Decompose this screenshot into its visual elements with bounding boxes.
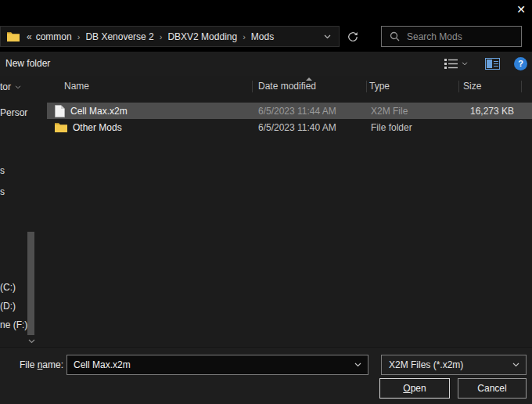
sidebar-item-label: (D:) xyxy=(0,301,16,312)
search-box xyxy=(381,26,522,47)
breadcrumb-separator-icon[interactable]: › xyxy=(241,32,247,41)
column-header-size[interactable]: Size xyxy=(463,81,481,92)
help-button[interactable]: ? xyxy=(514,57,527,70)
breadcrumb-mods[interactable]: Mods xyxy=(247,31,278,42)
search-input[interactable] xyxy=(405,31,521,43)
column-resize-handle[interactable] xyxy=(252,81,253,92)
cancel-button[interactable]: Cancel xyxy=(458,378,527,399)
open-file-dialog: ✕ « common › DB Xenoverse 2 › DBXV2 Modd… xyxy=(0,0,532,404)
sidebar-item-label: s xyxy=(0,165,5,176)
column-header-name[interactable]: Name xyxy=(64,81,89,92)
details-view-icon xyxy=(444,59,458,69)
dialog-footer: File name: X2M Files (*.x2m) Open Cancel xyxy=(0,347,532,404)
refresh-button[interactable] xyxy=(343,26,363,47)
chevron-down-icon xyxy=(28,339,35,344)
file-row-other-mods[interactable]: Other Mods 6/5/2023 11:40 AM File folder xyxy=(47,119,532,135)
sidebar-item-4[interactable]: s xyxy=(0,186,5,197)
sidebar-item-drive-c[interactable]: (C:) xyxy=(0,282,16,293)
preview-pane-icon xyxy=(485,58,500,70)
sidebar-item-label: (C:) xyxy=(0,282,16,293)
breadcrumb-common[interactable]: common xyxy=(32,31,76,42)
folder-icon xyxy=(7,31,20,41)
sidebar-item-1[interactable]: tor xyxy=(0,81,21,92)
file-name-label: File name: xyxy=(20,359,63,370)
column-resize-handle[interactable] xyxy=(366,81,367,92)
sort-ascending-icon xyxy=(306,78,312,81)
file-row-cell-max[interactable]: Cell Max.x2m 6/5/2023 11:44 AM X2M File … xyxy=(47,103,532,119)
file-name-text: Cell Max.x2m xyxy=(70,106,128,117)
sidebar-item-personal[interactable]: Persor xyxy=(0,107,27,118)
breadcrumb-db-xenoverse-2[interactable]: DB Xenoverse 2 xyxy=(81,31,157,42)
chevron-down-icon xyxy=(324,34,331,39)
column-resize-handle[interactable] xyxy=(458,81,459,92)
address-history-dropdown-button[interactable] xyxy=(318,34,336,39)
sidebar-scrollbar-down-button[interactable] xyxy=(27,337,35,345)
date-modified-cell: 6/5/2023 11:44 AM xyxy=(252,106,366,117)
sidebar-item-drive-d[interactable]: (D:) xyxy=(0,301,16,312)
sidebar-scrollbar-thumb[interactable] xyxy=(27,232,34,335)
search-icon xyxy=(390,31,400,41)
sidebar-item-label: s xyxy=(0,186,5,197)
file-name-text: Other Mods xyxy=(73,122,122,133)
label-text: ame: xyxy=(42,359,63,370)
file-name-cell: Other Mods xyxy=(47,122,252,133)
breadcrumb-separator-icon[interactable]: › xyxy=(158,32,164,41)
file-type-select[interactable]: X2M Files (*.x2m) xyxy=(381,355,527,375)
address-bar[interactable]: « common › DB Xenoverse 2 › DBXV2 Moddin… xyxy=(0,26,340,47)
close-button[interactable]: ✕ xyxy=(512,2,530,17)
file-name-combobox xyxy=(66,355,368,375)
file-icon xyxy=(55,105,65,117)
preview-pane-button[interactable] xyxy=(485,58,500,70)
toolbar-right-group: ? xyxy=(444,52,527,76)
sidebar-item-label: Persor xyxy=(0,107,27,118)
sidebar-item-label: ne (F:) xyxy=(0,319,27,330)
type-cell: File folder xyxy=(366,122,458,133)
file-list: Name Date modified Type Size Cell Max.x2… xyxy=(47,76,532,347)
column-header-date-modified[interactable]: Date modified xyxy=(258,81,316,92)
file-name-input[interactable] xyxy=(67,359,354,371)
file-name-cell: Cell Max.x2m xyxy=(47,105,252,117)
label-text: File xyxy=(20,359,38,370)
new-folder-button[interactable]: New folder xyxy=(5,52,50,76)
navigation-pane: tor Persor s s (C:) (D:) ne (F:) xyxy=(0,76,45,347)
chevron-down-icon xyxy=(512,363,519,367)
dialog-toolbar: New folder ? xyxy=(0,52,532,76)
column-header-type[interactable]: Type xyxy=(369,81,390,92)
column-resize-handle[interactable] xyxy=(521,81,522,92)
sidebar-item-3[interactable]: s xyxy=(0,165,5,176)
folder-icon xyxy=(55,122,67,132)
main-content: tor Persor s s (C:) (D:) ne (F:) Name Da… xyxy=(0,76,532,347)
type-cell: X2M File xyxy=(366,106,458,117)
open-button[interactable]: Open xyxy=(379,378,450,399)
button-text: pen xyxy=(411,383,426,394)
sidebar-item-label: tor xyxy=(0,81,11,92)
title-bar: ✕ xyxy=(0,0,532,20)
address-row: « common › DB Xenoverse 2 › DBXV2 Moddin… xyxy=(0,20,532,52)
change-view-button[interactable] xyxy=(444,59,468,69)
button-accelerator: O xyxy=(403,383,410,394)
breadcrumb-separator-icon[interactable]: › xyxy=(76,32,82,41)
breadcrumb-overflow-button[interactable]: « xyxy=(27,31,32,42)
breadcrumb-dbxv2-modding[interactable]: DBXV2 Modding xyxy=(164,31,241,42)
chevron-down-icon xyxy=(462,62,468,66)
date-modified-cell: 6/5/2023 11:40 AM xyxy=(252,122,366,133)
chevron-down-icon xyxy=(15,85,21,89)
chevron-down-icon[interactable] xyxy=(354,363,361,367)
size-cell: 16,273 KB xyxy=(458,106,521,117)
sidebar-item-drive-f[interactable]: ne (F:) xyxy=(0,319,27,330)
refresh-icon xyxy=(347,31,358,42)
file-type-value: X2M Files (*.x2m) xyxy=(382,359,512,370)
